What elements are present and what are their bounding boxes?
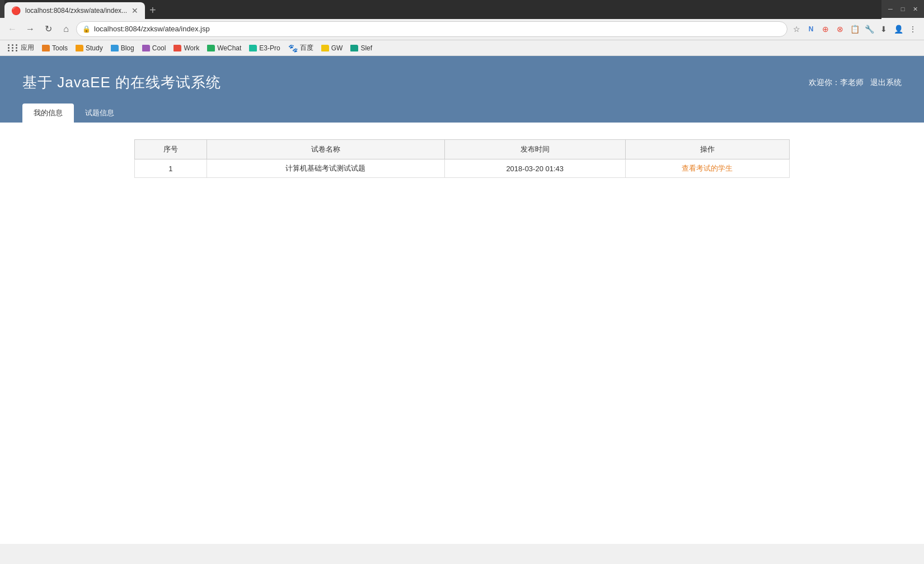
bookmark-label: Work [184,44,199,52]
user-info: 欢迎你：李老师 退出系统 [809,78,902,88]
bookmark-label: Study [86,44,103,52]
folder-icon [321,45,329,51]
maximize-button[interactable]: □ [898,4,907,13]
active-tab[interactable]: 🔴 localhost:8084/zxksw/atea/index... ✕ [4,2,145,19]
folder-icon [111,45,119,51]
cell-action: 查看考试的学生 [625,159,789,178]
address-bar[interactable]: 🔒 localhost:8084/zxksw/atea/index.jsp [76,21,787,37]
menu-icon[interactable]: ⋮ [906,22,920,36]
extensions-icon[interactable]: N [804,22,818,36]
apps-grid-icon [8,44,18,51]
toolbar-actions: ☆ N ⊕ ⊗ 📋 🔧 ⬇ 👤 ⋮ [790,22,920,36]
ext2-icon[interactable]: 🔧 [862,22,876,36]
new-tab-button[interactable]: + [145,4,161,19]
baidu-icon: 🐾 [288,44,298,53]
apps-label: 应用 [21,43,34,53]
bookmark-label: Cool [152,44,166,52]
close-button[interactable]: ✕ [911,4,920,13]
tab-close-button[interactable]: ✕ [132,6,138,15]
exam-table: 序号 试卷名称 发布时间 操作 1 计算机基础考试测试试题 2018-03-20… [134,139,790,178]
app-tabs: 我的信息 试题信息 [22,104,902,123]
browser-chrome: 🔴 localhost:8084/zxksw/atea/index... ✕ +… [0,0,924,56]
folder-icon [142,45,150,51]
bookmark-label: Blog [121,44,134,52]
cell-publish-time: 2018-03-20 01:43 [444,159,625,178]
logout-button[interactable]: 退出系统 [870,78,902,88]
browser-content: 基于 JavaEE 的在线考试系统 欢迎你：李老师 退出系统 我的信息 试题信息… [0,56,924,544]
url-text: localhost:8084/zxksw/atea/index.jsp [94,25,210,33]
bookmark-label: E3-Pro [259,44,280,52]
tab-exam-info[interactable]: 试题信息 [74,104,125,123]
folder-icon [207,45,215,51]
bookmark-cool[interactable]: Cool [139,43,170,53]
app-header-top: 基于 JavaEE 的在线考试系统 欢迎你：李老师 退出系统 [22,73,902,92]
home-button[interactable]: ⌂ [58,21,74,37]
folder-icon [76,45,83,51]
app-header: 基于 JavaEE 的在线考试系统 欢迎你：李老师 退出系统 我的信息 试题信息 [0,56,924,123]
bookmarks-bar: 应用 Tools Study Blog Cool Work WeChat E3 [0,40,924,56]
bookmark-blog[interactable]: Blog [107,43,138,53]
welcome-text: 欢迎你：李老师 [809,78,864,88]
bookmark-slef[interactable]: Slef [347,43,376,53]
bookmark-star-icon[interactable]: ☆ [790,22,803,36]
bookmark-label: GW [331,44,343,52]
download-icon[interactable]: ⬇ [877,22,890,36]
cell-exam-name: 计算机基础考试测试试题 [207,159,444,178]
bookmark-e3pro[interactable]: E3-Pro [246,43,283,53]
folder-icon [249,45,257,51]
content-area: 序号 试卷名称 发布时间 操作 1 计算机基础考试测试试题 2018-03-20… [0,123,924,195]
apps-button[interactable]: 应用 [4,42,37,54]
account-icon[interactable]: 👤 [892,22,905,36]
bookmark-tools[interactable]: Tools [39,43,71,53]
tab-title: localhost:8084/zxksw/atea/index... [25,7,127,15]
refresh-button[interactable]: ↻ [40,21,56,37]
table-row: 1 计算机基础考试测试试题 2018-03-20 01:43 查看考试的学生 [135,159,790,178]
bookmark-label: WeChat [217,44,241,52]
cell-index: 1 [135,159,207,178]
folder-icon [42,45,50,51]
bookmark-wechat[interactable]: WeChat [204,43,245,53]
tab-bar: 🔴 localhost:8084/zxksw/atea/index... ✕ + [4,0,881,19]
bookmark-work[interactable]: Work [170,43,203,53]
bookmark-study[interactable]: Study [72,43,106,53]
ext1-icon[interactable]: 📋 [848,22,861,36]
bookmark-gw[interactable]: GW [318,43,346,53]
lock-icon: 🔒 [82,25,91,33]
col-header-time: 发布时间 [444,140,625,159]
tab-favicon: 🔴 [11,6,21,15]
toolbar: ← → ↻ ⌂ 🔒 localhost:8084/zxksw/atea/inde… [0,18,924,40]
folder-icon [173,45,181,51]
bookmark-label: 百度 [300,43,313,53]
table-header-row: 序号 试卷名称 发布时间 操作 [135,140,790,159]
window-controls: ─ □ ✕ [886,4,920,13]
folder-icon [350,45,358,51]
minimize-button[interactable]: ─ [886,4,895,13]
forward-button[interactable]: → [22,21,38,37]
app-title: 基于 JavaEE 的在线考试系统 [22,73,221,92]
back-button[interactable]: ← [4,21,20,37]
chrome-icon[interactable]: ⊕ [819,22,832,36]
bookmark-baidu[interactable]: 🐾 百度 [285,42,317,54]
adblock-icon[interactable]: ⊗ [833,22,847,36]
title-bar: 🔴 localhost:8084/zxksw/atea/index... ✕ +… [0,0,924,18]
col-header-action: 操作 [625,140,789,159]
bookmark-label: Slef [360,44,372,52]
view-students-link[interactable]: 查看考试的学生 [682,164,733,172]
col-header-index: 序号 [135,140,207,159]
tab-my-info[interactable]: 我的信息 [22,104,74,123]
col-header-name: 试卷名称 [207,140,444,159]
bookmark-label: Tools [52,44,68,52]
